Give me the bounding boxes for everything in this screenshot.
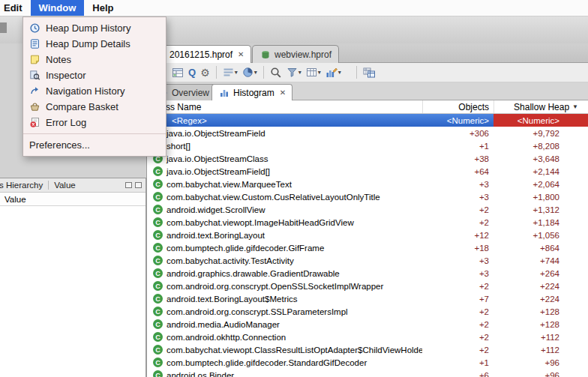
class-icon: C (153, 256, 163, 265)
window-menu-dropdown: Heap Dump History Heap Dump Details Note… (22, 16, 166, 157)
table-row[interactable]: C com.babychat.viewopt.ClassResultListOp… (147, 343, 588, 356)
menu-item-heap-dump-details[interactable]: Heap Dump Details (23, 36, 166, 52)
menu-help[interactable]: Help (84, 0, 122, 16)
menu-item-error-log[interactable]: Error Log (23, 115, 166, 130)
menu-window[interactable]: Window (31, 0, 85, 16)
class-icon: C (153, 192, 163, 202)
shallow-heap-value: +9,792 (494, 129, 588, 138)
table-row[interactable]: C android.graphics.drawable.GradientDraw… (147, 267, 588, 280)
dominator-tree-icon[interactable] (170, 65, 185, 80)
menu-item-navigation-history[interactable]: Navigation History (23, 83, 166, 99)
tab-value[interactable]: Value (54, 181, 76, 190)
objects-value: +2 (422, 320, 494, 329)
table-row[interactable]: C com.babychat.view.Custom.CusRelativeLa… (147, 190, 588, 203)
class-name: com.babychat.viewopt.ClassResultListOptA… (166, 346, 422, 355)
filter-row-selected[interactable]: <Regex> <Numeric> <Numeric> (147, 114, 588, 127)
minimize-view-icon[interactable] (125, 182, 132, 188)
column-header-class-name[interactable]: Class Name (147, 100, 422, 113)
table-row[interactable]: C android.text.BoringLayout +12 +1,056 (147, 229, 588, 241)
objects-value: +2 (422, 282, 494, 291)
close-icon[interactable]: ✕ (280, 88, 286, 97)
menu-item-heap-dump-history[interactable]: Heap Dump History (23, 20, 166, 36)
chart-edit-icon[interactable]: ▾ (324, 65, 343, 80)
menu-edit[interactable]: Edit (0, 0, 31, 16)
filter-icon[interactable]: ▾ (285, 65, 303, 80)
columns-icon[interactable]: ▾ (304, 65, 322, 80)
table-row[interactable]: C com.bumptech.glide.gifdecoder.Standard… (147, 356, 588, 369)
value-column-header: Value (0, 193, 146, 206)
table-body: C java.io.ObjectStreamField +306 +9,792 … (147, 127, 588, 377)
class-icon: C (153, 179, 163, 189)
table-row[interactable]: C android.media.AudioManager +2 +128 (147, 318, 588, 331)
view-controls (125, 182, 146, 188)
table-row[interactable]: C com.babychat.view.MarqueeText +3 +2,06… (147, 178, 588, 190)
gear-icon[interactable]: ⚙ (199, 65, 212, 80)
table-row[interactable]: C com.bumptech.glide.gifdecoder.GifFrame… (147, 241, 588, 254)
class-name-cell: C short[] (147, 141, 422, 151)
class-icon: C (153, 281, 163, 291)
table-row[interactable]: C com.android.org.conscrypt.SSLParameter… (147, 305, 588, 318)
shallow-heap-value: +224 (494, 295, 588, 304)
menu-item-label: Navigation History (46, 85, 125, 97)
class-icon: C (153, 307, 163, 316)
table-row[interactable]: C android.text.BoringLayout$Metrics +7 +… (147, 292, 588, 305)
table-row[interactable]: C java.io.ObjectStreamField[] +64 +2,144 (147, 165, 588, 178)
menu-item-compare-basket[interactable]: Compare Basket (23, 99, 166, 115)
compare-tables-icon[interactable] (362, 65, 377, 80)
close-icon[interactable]: ✕ (238, 50, 244, 58)
column-header-objects[interactable]: Objects (422, 100, 494, 113)
shallow-heap-filter-field[interactable]: <Numeric> (494, 114, 588, 127)
shallow-heap-value: +112 (494, 333, 588, 342)
oql-icon[interactable]: Q (187, 65, 197, 80)
class-name: com.bumptech.glide.gifdecoder.StandardGi… (166, 358, 367, 367)
class-name: com.android.okhttp.Connection (166, 333, 286, 342)
objects-value: +3 (422, 256, 494, 265)
shallow-heap-value: +264 (494, 269, 588, 278)
menu-item-preferences[interactable]: Preferences... (23, 137, 166, 153)
class-icon: C (153, 370, 163, 377)
shallow-heap-value: +1,184 (494, 218, 588, 227)
class-name-cell: C com.android.okhttp.Connection (147, 332, 422, 342)
tab-webview-hprof[interactable]: webview.hprof (252, 45, 339, 63)
group-list-icon[interactable]: ▾ (221, 65, 239, 80)
class-icon: C (153, 230, 163, 240)
search-icon[interactable] (268, 65, 284, 80)
class-name: android.graphics.drawable.GradientDrawab… (166, 269, 340, 278)
class-icon: C (153, 319, 163, 329)
objects-value: +64 (422, 167, 494, 176)
shallow-heap-value: +1,056 (494, 231, 588, 240)
shallow-heap-value: +864 (494, 244, 588, 253)
table-row[interactable]: C android.os.Binder +6 +96 (147, 369, 588, 377)
menu-item-notes[interactable]: Notes (23, 52, 166, 67)
heap-dump-details-icon (29, 38, 40, 49)
shallow-heap-value: +96 (494, 358, 588, 367)
table-row[interactable]: C android.widget.ScrollView +2 +1,312 (147, 203, 588, 216)
class-name: android.text.BoringLayout (166, 231, 265, 240)
tab-label: webview.hprof (274, 49, 332, 60)
main-toolbar: Q ⚙ ▾ ▾ ▾ ▾ ▾ (147, 63, 588, 82)
table-row[interactable]: C java.io.ObjectStreamClass +38 +3,648 (147, 152, 588, 165)
pie-chart-icon[interactable]: ▾ (241, 65, 259, 80)
class-name: com.babychat.viewopt.ImageHabitHeadGridV… (166, 218, 354, 227)
shallow-heap-value: +8,208 (494, 142, 588, 151)
class-name-cell: C java.io.ObjectStreamClass (147, 154, 422, 163)
class-name-cell: C android.text.BoringLayout$Metrics (147, 294, 422, 304)
objects-filter-field[interactable]: <Numeric> (422, 114, 494, 127)
table-row[interactable]: C com.android.org.conscrypt.OpenSSLSocke… (147, 280, 588, 292)
objects-value: +2 (422, 218, 494, 227)
tab-histogram[interactable]: Histogram ✕ (212, 84, 292, 100)
column-header-shallow-heap[interactable]: Shallow Heap ▼ (494, 100, 588, 113)
maximize-view-icon[interactable] (135, 182, 142, 188)
compare-basket-icon (29, 101, 40, 112)
table-row[interactable]: C short[] +1 +8,208 (147, 139, 588, 152)
menubar: Edit Window Help (0, 0, 588, 16)
table-row[interactable]: C com.android.okhttp.Connection +2 +112 (147, 331, 588, 343)
tab-class-hierarchy[interactable]: s Hierarchy (0, 181, 43, 190)
table-row[interactable]: C com.babychat.viewopt.ImageHabitHeadGri… (147, 216, 588, 229)
table-row[interactable]: C com.babychat.activity.TestActivity +3 … (147, 254, 588, 267)
objects-value: +7 (422, 295, 494, 304)
view-tab-label: Histogram (233, 88, 274, 98)
menu-item-inspector[interactable]: Inspector (23, 67, 166, 83)
regex-filter-field[interactable]: <Regex> (147, 114, 422, 127)
table-row[interactable]: C java.io.ObjectStreamField +306 +9,792 (147, 127, 588, 139)
